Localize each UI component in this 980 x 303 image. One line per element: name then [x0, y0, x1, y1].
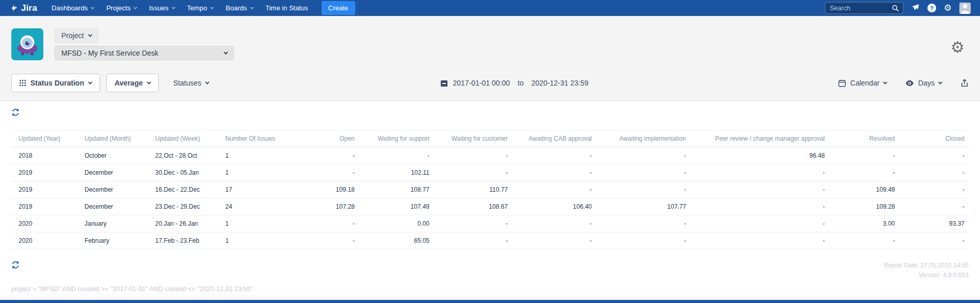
table-cell: 107.28: [289, 198, 355, 215]
table-cell: October: [85, 147, 155, 164]
calendar-type-dropdown[interactable]: Calendar: [838, 79, 887, 87]
table-header: Updated (Year)Updated (Month)Updated (We…: [11, 130, 969, 147]
column-header: Updated (Week): [155, 130, 225, 147]
statuses-dropdown[interactable]: Statuses: [173, 79, 209, 87]
table-cell: 2019: [11, 164, 85, 181]
chevron-down-icon: [172, 6, 175, 9]
table-row: 2020February17.Feb - 23.Feb1-65.05------: [11, 232, 969, 249]
refresh-icon-bottom[interactable]: [11, 261, 20, 269]
project-type-dropdown[interactable]: Project: [55, 28, 98, 43]
table-cell: -: [508, 181, 592, 198]
table-cell: -: [592, 164, 686, 181]
table-cell: -: [429, 232, 508, 249]
statuses-label: Statuses: [173, 79, 201, 87]
table-cell: -: [686, 215, 825, 232]
nav-item-projects[interactable]: Projects: [106, 4, 137, 12]
table-cell: 17.Feb - 23.Feb: [155, 232, 225, 249]
column-header: Number Of Issues: [225, 130, 289, 147]
table-cell: -: [686, 198, 825, 215]
nav-item-label: Projects: [106, 4, 130, 12]
column-header: Awaiting implementation: [592, 130, 686, 147]
table-cell: -: [508, 215, 592, 232]
project-select-value: MFSD - My First Service Desk: [61, 49, 158, 57]
report-settings-gear-icon[interactable]: ⚙: [951, 40, 965, 55]
report-date: Report Date: 27.05.2020 14:55: [884, 261, 969, 271]
search-box: [825, 2, 903, 14]
nav-item-issues[interactable]: Issues: [149, 4, 175, 12]
column-header: Updated (Month): [85, 130, 155, 147]
chevron-down-icon: [883, 80, 887, 84]
version: Version: 4.8.0.653: [884, 271, 969, 280]
table-cell: December: [85, 198, 155, 215]
search-icon[interactable]: [892, 5, 899, 12]
export-icon: [960, 79, 969, 87]
nav-item-tempo[interactable]: Tempo: [187, 4, 213, 12]
table-cell: -: [429, 215, 508, 232]
table-cell: -: [592, 215, 686, 232]
toolbar-right: Calendar Days: [820, 79, 969, 87]
chevron-down-icon: [134, 6, 137, 9]
date-separator: to: [518, 79, 524, 87]
table-cell: 109.28: [825, 198, 895, 215]
nav-item-time-in-status[interactable]: Time in Status: [265, 4, 308, 12]
date-to: 2020-12-31 23:59: [531, 79, 589, 87]
export-button[interactable]: [960, 79, 969, 87]
table-cell: -: [289, 232, 355, 249]
chevron-down-icon: [938, 80, 942, 84]
table-cell: 22.Oct - 28.Oct: [155, 147, 225, 164]
table-cell: -: [289, 147, 355, 164]
table-cell: -: [508, 164, 592, 181]
table-cell: -: [825, 164, 895, 181]
table-cell: -: [895, 181, 969, 198]
help-icon[interactable]: ?: [927, 4, 936, 12]
chevron-down-icon: [224, 50, 228, 54]
table-cell: 17: [225, 181, 289, 198]
chevron-down-icon: [88, 32, 92, 37]
table-body: 2018October22.Oct - 28.Oct1-----96.48--2…: [11, 147, 969, 249]
search-input[interactable]: [829, 4, 890, 12]
nav-item-dashboards[interactable]: Dashboards: [52, 4, 94, 12]
table-cell: 1: [225, 147, 289, 164]
admin-gear-icon[interactable]: ⚙: [944, 4, 952, 12]
report-header: Project MFSD - My First Service Desk ⚙: [0, 16, 980, 60]
chevron-down-icon: [210, 6, 214, 9]
nav-item-boards[interactable]: Boards: [226, 4, 253, 12]
date-range[interactable]: 2017-01-01 00:00 to 2020-12-31 23:59: [209, 79, 820, 87]
table-cell: -: [592, 181, 686, 198]
create-button[interactable]: Create: [322, 1, 355, 15]
table-row: 2019December16.Dec - 22.Dec17109.18108.7…: [11, 181, 969, 198]
brand-name: Jira: [21, 3, 37, 13]
announcement-megaphone-icon[interactable]: [911, 4, 920, 12]
nav-item-label: Boards: [226, 4, 247, 12]
table-cell: 65.05: [355, 232, 429, 249]
table-row: 2020January20.Jan - 26.Jan1-0.00----3.00…: [11, 215, 969, 232]
table-cell: -: [289, 215, 355, 232]
nav-item-label: Time in Status: [265, 4, 308, 12]
user-avatar[interactable]: [959, 3, 971, 14]
top-navbar: Jira DashboardsProjectsIssuesTempoBoards…: [0, 0, 980, 16]
jira-logo[interactable]: Jira: [9, 3, 37, 13]
table-cell: -: [429, 164, 508, 181]
column-header: Updated (Year): [11, 130, 85, 147]
bottom-bar: [0, 300, 980, 303]
table-row: 2019December23.Dec - 29.Dec24107.28107.4…: [11, 198, 969, 215]
project-select[interactable]: MFSD - My First Service Desk: [55, 46, 234, 60]
table-cell: 0.00: [355, 215, 429, 232]
report-type-button[interactable]: Status Duration: [11, 74, 100, 92]
table-cell: 106.40: [508, 198, 592, 215]
table-cell: 20.Jan - 26.Jan: [155, 215, 225, 232]
unit-dropdown[interactable]: Days: [905, 79, 942, 87]
nav-item-label: Issues: [149, 4, 169, 12]
aggregation-button[interactable]: Average: [106, 74, 159, 92]
table-cell: 110.77: [429, 181, 508, 198]
table-cell: -: [289, 164, 355, 181]
report-footer: Report Date: 27.05.2020 14:55 Version: 4…: [11, 261, 969, 280]
table-cell: 2018: [11, 147, 85, 164]
table-cell: 2020: [11, 232, 85, 249]
aggregation-label: Average: [114, 79, 143, 87]
table-cell: 108.67: [429, 198, 508, 215]
table-cell: 2019: [11, 198, 85, 215]
project-avatar: [11, 28, 43, 60]
refresh-icon[interactable]: [11, 108, 20, 116]
chevron-down-icon: [147, 80, 151, 84]
